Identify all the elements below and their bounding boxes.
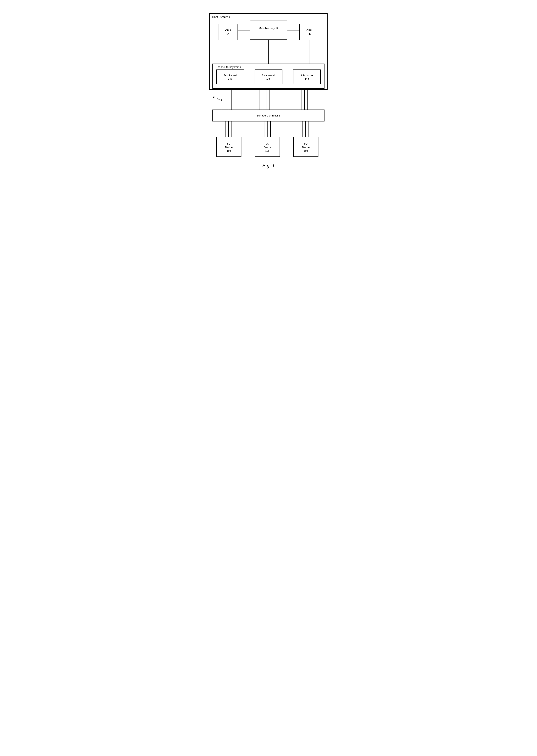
subchannel-14c-label-2: 14c (305, 77, 309, 80)
io-device-10b-label-1: I/O (266, 142, 269, 145)
main-memory-label: Main Memory 12 (259, 27, 278, 30)
figure-caption: Fig. 1 (262, 162, 275, 169)
io-device-10c-label-1: I/O (304, 142, 308, 145)
svg-marker-25 (222, 99, 223, 101)
channel-subsystem-label: Channel Subsystem 2 (216, 65, 241, 68)
io-device-10c-label-2: Device (302, 146, 310, 149)
cpu-6a-label-1: CPU (225, 29, 230, 32)
cpu-6b-label-2: 6b (308, 32, 310, 35)
cpu-6b-label-1: CPU (307, 29, 312, 32)
cpu-6a-label-2: 6a (227, 32, 229, 35)
io-device-10a-label-1: I/O (227, 142, 230, 145)
subchannel-14b-label-2: 14b (266, 77, 270, 80)
system-diagram: Host System 4 Main Memory 12 CPU 6a CPU … (206, 10, 331, 178)
wire-label-13: 13 (212, 96, 216, 99)
io-device-10a-label-3: 10a (227, 149, 231, 152)
svg-rect-2 (218, 24, 238, 40)
subchannel-14b-label-1: Subchannel (262, 74, 275, 77)
subchannel-14a-label-1: Subchannel (224, 74, 236, 77)
subchannel-14c-label-1: Subchannel (300, 74, 313, 77)
svg-rect-3 (300, 24, 319, 40)
storage-controller-label: Storage Controller 8 (257, 114, 280, 117)
page: Host System 4 Main Memory 12 CPU 6a CPU … (198, 4, 339, 186)
svg-rect-1 (250, 20, 287, 40)
io-device-10c-label-3: 10c (304, 149, 308, 152)
io-device-10b-label-2: Device (264, 146, 271, 149)
io-device-10a-label-2: Device (225, 146, 232, 149)
host-system-label: Host System 4 (212, 15, 230, 19)
subchannel-14a-label-2: 14a (228, 77, 232, 80)
io-device-10b-label-3: 10b (265, 149, 269, 152)
